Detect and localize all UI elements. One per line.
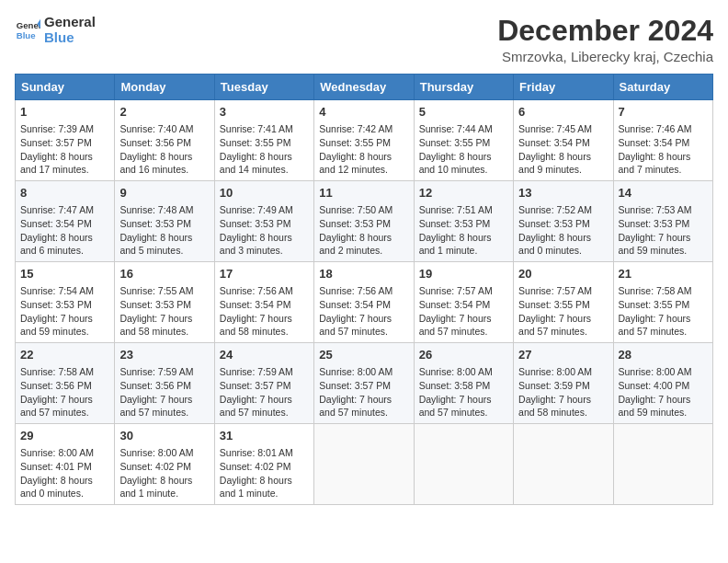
cell-content: Sunset: 4:00 PM [619, 379, 708, 393]
cell-content: and 12 minutes. [319, 163, 408, 177]
cell-content: and 57 minutes. [20, 406, 109, 419]
cell-content: Sunset: 3:54 PM [319, 298, 408, 312]
cell-content: Sunset: 3:55 PM [619, 298, 708, 312]
calendar-cell-8: 8Sunrise: 7:47 AMSunset: 3:54 PMDaylight… [16, 181, 115, 262]
day-number: 20 [518, 266, 608, 282]
cell-content: Sunrise: 8:00 AM [119, 446, 209, 460]
day-number: 6 [518, 104, 608, 121]
cell-content: Sunrise: 7:39 AM [20, 122, 109, 136]
cell-content: Sunrise: 7:57 AM [518, 284, 608, 298]
cell-content: Daylight: 7 hours [220, 393, 309, 407]
cell-content: and 0 minutes. [518, 244, 608, 258]
cell-content: Sunrise: 7:56 AM [319, 284, 408, 298]
cell-content: Sunset: 3:53 PM [419, 217, 508, 231]
cell-content: Sunset: 3:54 PM [419, 298, 508, 312]
calendar-cell-6: 6Sunrise: 7:45 AMSunset: 3:54 PMDaylight… [514, 100, 613, 181]
cell-content: Sunrise: 7:47 AM [20, 203, 109, 217]
cell-content: Daylight: 8 hours [518, 231, 608, 245]
cell-content: and 1 minute. [220, 487, 309, 500]
cell-content: Daylight: 8 hours [220, 231, 309, 245]
cell-content: Daylight: 8 hours [220, 474, 309, 488]
cell-content: Sunset: 3:53 PM [619, 217, 708, 231]
cell-content: Sunset: 3:58 PM [419, 379, 508, 393]
cell-content: and 57 minutes. [419, 325, 508, 339]
calendar-cell-empty [514, 423, 613, 504]
cell-content: and 59 minutes. [619, 406, 708, 419]
calendar-cell-4: 4Sunrise: 7:42 AMSunset: 3:55 PMDaylight… [314, 100, 414, 181]
day-number: 5 [419, 104, 508, 121]
cell-content: Sunrise: 7:44 AM [419, 122, 508, 136]
cell-content: and 57 minutes. [619, 325, 708, 339]
weekday-header-sunday: Sunday [16, 75, 115, 100]
cell-content: Sunrise: 7:48 AM [119, 203, 209, 217]
cell-content: Sunrise: 7:57 AM [419, 284, 508, 298]
day-number: 31 [220, 428, 309, 444]
day-number: 9 [119, 185, 209, 201]
day-number: 15 [20, 266, 109, 282]
day-number: 29 [20, 428, 109, 444]
cell-content: Sunset: 3:57 PM [220, 379, 309, 393]
cell-content: Sunset: 3:57 PM [319, 379, 408, 393]
cell-content: and 57 minutes. [319, 406, 408, 419]
cell-content: Sunrise: 7:54 AM [20, 284, 109, 298]
cell-content: Daylight: 7 hours [20, 312, 109, 326]
cell-content: Sunrise: 7:58 AM [20, 365, 109, 379]
cell-content: Sunrise: 7:41 AM [220, 122, 309, 136]
cell-content: Daylight: 7 hours [619, 312, 708, 326]
cell-content: Sunset: 3:55 PM [419, 136, 508, 150]
calendar-cell-3: 3Sunrise: 7:41 AMSunset: 3:55 PMDaylight… [214, 100, 313, 181]
cell-content: Sunset: 4:02 PM [220, 460, 309, 474]
cell-content: Sunset: 3:55 PM [319, 136, 408, 150]
logo-blue-text: Blue [44, 30, 96, 46]
calendar-week-3: 15Sunrise: 7:54 AMSunset: 3:53 PMDayligh… [16, 262, 713, 343]
day-number: 1 [20, 104, 109, 121]
cell-content: Daylight: 7 hours [119, 312, 209, 326]
calendar-cell-11: 11Sunrise: 7:50 AMSunset: 3:53 PMDayligh… [314, 181, 414, 262]
cell-content: Daylight: 8 hours [319, 231, 408, 245]
cell-content: Sunset: 3:54 PM [619, 136, 708, 150]
calendar-cell-empty [414, 423, 513, 504]
cell-content: and 57 minutes. [319, 325, 408, 339]
cell-content: Sunset: 3:53 PM [20, 298, 109, 312]
day-number: 8 [20, 185, 109, 201]
cell-content: Sunrise: 7:51 AM [419, 203, 508, 217]
cell-content: Sunset: 3:53 PM [518, 217, 608, 231]
weekday-header-monday: Monday [115, 75, 214, 100]
calendar-cell-10: 10Sunrise: 7:49 AMSunset: 3:53 PMDayligh… [214, 181, 313, 262]
cell-content: Sunset: 3:54 PM [20, 217, 109, 231]
svg-text:General: General [17, 20, 40, 30]
cell-content: and 57 minutes. [119, 406, 209, 419]
day-number: 12 [419, 185, 508, 201]
day-number: 2 [119, 104, 209, 121]
cell-content: Sunset: 4:02 PM [119, 460, 209, 474]
title-area: December 2024 Smrzovka, Liberecky kraj, … [497, 15, 713, 64]
cell-content: and 1 minute. [119, 487, 209, 500]
cell-content: and 57 minutes. [419, 406, 508, 419]
cell-content: and 59 minutes. [619, 244, 708, 258]
cell-content: Sunrise: 8:01 AM [220, 446, 309, 460]
day-number: 21 [619, 266, 708, 282]
cell-content: Sunset: 3:53 PM [319, 217, 408, 231]
calendar-cell-18: 18Sunrise: 7:56 AMSunset: 3:54 PMDayligh… [314, 262, 414, 343]
calendar-cell-14: 14Sunrise: 7:53 AMSunset: 3:53 PMDayligh… [613, 181, 712, 262]
page-header: General Blue General Blue December 2024 … [15, 15, 713, 64]
cell-content: Daylight: 7 hours [518, 312, 608, 326]
cell-content: Daylight: 7 hours [419, 312, 508, 326]
cell-content: Sunrise: 8:00 AM [518, 365, 608, 379]
cell-content: Sunrise: 8:00 AM [419, 365, 508, 379]
cell-content: Daylight: 7 hours [319, 312, 408, 326]
cell-content: Daylight: 7 hours [119, 393, 209, 407]
cell-content: and 57 minutes. [220, 406, 309, 419]
cell-content: Sunrise: 7:52 AM [518, 203, 608, 217]
cell-content: Daylight: 8 hours [518, 150, 608, 164]
cell-content: and 3 minutes. [220, 244, 309, 258]
calendar-cell-24: 24Sunrise: 7:59 AMSunset: 3:57 PMDayligh… [214, 343, 313, 424]
cell-content: Daylight: 8 hours [20, 231, 109, 245]
month-title: December 2024 [497, 15, 713, 47]
cell-content: Sunset: 4:01 PM [20, 460, 109, 474]
cell-content: Daylight: 8 hours [119, 474, 209, 488]
day-number: 26 [419, 347, 508, 363]
cell-content: and 7 minutes. [619, 163, 708, 177]
calendar-cell-2: 2Sunrise: 7:40 AMSunset: 3:56 PMDaylight… [115, 100, 214, 181]
cell-content: Sunset: 3:56 PM [119, 379, 209, 393]
